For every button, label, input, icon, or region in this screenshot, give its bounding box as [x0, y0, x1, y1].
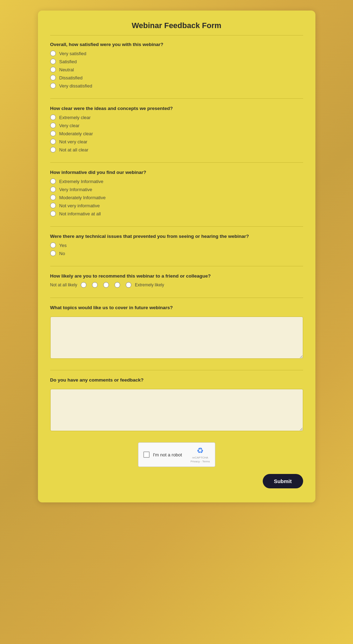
question-topics: What topics would like us to cover in fu…: [50, 305, 303, 360]
topics-label: What topics would like us to cover in fu…: [50, 305, 303, 310]
label-not-at-all-clear: Not at all clear: [59, 147, 89, 152]
label-yes: Yes: [59, 243, 67, 248]
label-moderately-clear: Moderately clear: [59, 131, 93, 136]
radio-dissatisfied[interactable]: Dissatisfied: [50, 75, 303, 80]
question-comments: Do you have any comments or feedback?: [50, 377, 303, 432]
label-satisfied: Satisfied: [59, 59, 77, 64]
clarity-label: How clear were the ideas and concepts we…: [50, 106, 303, 111]
radio-extremely-clear[interactable]: Extremely clear: [50, 115, 303, 120]
radio-not-at-all-clear[interactable]: Not at all clear: [50, 147, 303, 152]
recaptcha-brand: reCAPTCHA: [192, 456, 208, 459]
divider-2: [50, 162, 303, 163]
label-not-very-clear: Not very clear: [59, 139, 87, 144]
label-very-dissatisfied: Very dissatisfied: [59, 83, 92, 89]
recaptcha-text: I'm not a robot: [153, 452, 182, 457]
radio-very-satisfied[interactable]: Very satisfied: [50, 51, 303, 56]
likelihood-radio-4[interactable]: [115, 282, 120, 288]
likelihood-radio-5[interactable]: [126, 282, 131, 288]
radio-very-clear[interactable]: Very clear: [50, 123, 303, 128]
radio-satisfied[interactable]: Satisfied: [50, 59, 303, 64]
recaptcha-icon: ♻: [197, 446, 204, 455]
label-extremely-clear: Extremely clear: [59, 115, 91, 120]
label-dissatisfied: Dissatisfied: [59, 75, 83, 80]
likelihood-label: How likely are you to recommend this web…: [50, 273, 303, 279]
radio-not-informative-at-all[interactable]: Not informative at all: [50, 211, 303, 216]
label-very-satisfied: Very satisfied: [59, 51, 86, 56]
question-informative: How informative did you find our webinar…: [50, 170, 303, 216]
likelihood-right-label: Extremely likely: [135, 282, 164, 287]
form-title: Webinar Feedback Form: [50, 21, 303, 35]
radio-not-very-clear[interactable]: Not very clear: [50, 139, 303, 144]
label-neutral: Neutral: [59, 67, 74, 72]
satisfaction-label: Overall, how satisfied were you with thi…: [50, 42, 303, 47]
radio-moderately-informative[interactable]: Moderately Informative: [50, 195, 303, 200]
radio-yes[interactable]: Yes: [50, 242, 303, 248]
question-clarity: How clear were the ideas and concepts we…: [50, 106, 303, 152]
recaptcha-checkbox[interactable]: [143, 451, 150, 458]
radio-no[interactable]: No: [50, 251, 303, 256]
likelihood-radio-3[interactable]: [103, 282, 109, 288]
submit-button[interactable]: Submit: [263, 474, 303, 488]
question-satisfaction: Overall, how satisfied were you with thi…: [50, 42, 303, 89]
label-moderately-informative: Moderately Informative: [59, 195, 106, 200]
radio-not-very-informative[interactable]: Not very informative: [50, 203, 303, 208]
divider-4: [50, 266, 303, 266]
likelihood-radio-1[interactable]: [81, 282, 86, 288]
label-very-clear: Very clear: [59, 123, 80, 128]
likelihood-radios: [81, 282, 131, 288]
recaptcha-left: I'm not a robot: [143, 451, 182, 458]
informative-label: How informative did you find our webinar…: [50, 170, 303, 175]
technical-label: Were there any technical issues that pre…: [50, 234, 303, 239]
label-very-informative: Very Informative: [59, 187, 92, 192]
recaptcha-logo: ♻ reCAPTCHA Privacy - Terms: [191, 446, 210, 463]
label-not-very-informative: Not very informative: [59, 203, 100, 208]
divider-5: [50, 298, 303, 298]
divider-6: [50, 370, 303, 370]
radio-moderately-clear[interactable]: Moderately clear: [50, 131, 303, 136]
question-likelihood: How likely are you to recommend this web…: [50, 273, 303, 288]
topics-textarea[interactable]: [50, 317, 303, 359]
recaptcha-box[interactable]: I'm not a robot ♻ reCAPTCHA Privacy - Te…: [138, 442, 215, 467]
likelihood-row: Not at all likely Extremely likely: [50, 282, 303, 288]
recaptcha-subtext: Privacy - Terms: [191, 460, 210, 463]
form-container: Webinar Feedback Form Overall, how satis…: [38, 11, 315, 502]
comments-label: Do you have any comments or feedback?: [50, 377, 303, 383]
comments-textarea[interactable]: [50, 389, 303, 431]
likelihood-radio-2[interactable]: [92, 282, 98, 288]
radio-neutral[interactable]: Neutral: [50, 67, 303, 72]
recaptcha-container: I'm not a robot ♻ reCAPTCHA Privacy - Te…: [50, 442, 303, 467]
question-technical: Were there any technical issues that pre…: [50, 234, 303, 256]
likelihood-left-label: Not at all likely: [50, 282, 77, 287]
radio-very-informative[interactable]: Very Informative: [50, 187, 303, 192]
label-not-informative-at-all: Not informative at all: [59, 211, 101, 216]
divider-1: [50, 98, 303, 99]
divider-3: [50, 226, 303, 227]
label-no: No: [59, 251, 65, 256]
radio-very-dissatisfied[interactable]: Very dissatisfied: [50, 83, 303, 89]
radio-extremely-informative[interactable]: Extremely Informative: [50, 178, 303, 184]
label-extremely-informative: Extremely Informative: [59, 179, 104, 184]
submit-row: Submit: [50, 474, 303, 488]
